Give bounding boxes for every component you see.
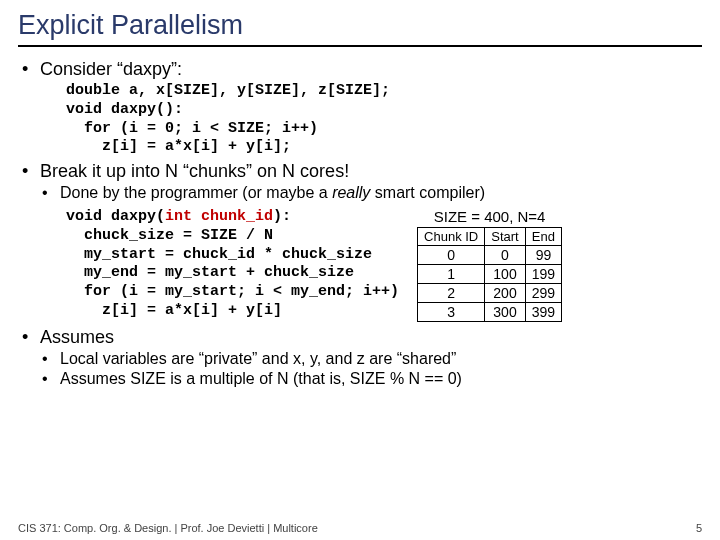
chunk-table: Chunk ID Start End 0099 1100199 2200299 … (417, 227, 562, 322)
sub1-a: Done by the programmer (or maybe a (60, 184, 332, 201)
page-number: 5 (696, 522, 702, 534)
bullet-assumes-sublist: Local variables are “private” and x, y, … (40, 350, 702, 388)
code-daxpy-parallel: void daxpy(int chunk_id): chuck_size = S… (66, 208, 399, 321)
table-row: 2200299 (418, 284, 562, 303)
col-start: Start (485, 228, 525, 246)
table-header-row: Chunk ID Start End (418, 228, 562, 246)
assumes-sub1: Local variables are “private” and x, y, … (40, 350, 702, 368)
col-chunkid: Chunk ID (418, 228, 485, 246)
bullet-break: Break it up into N “chunks” on N cores! … (18, 161, 702, 325)
bullet-break-text: Break it up into N “chunks” on N cores! (40, 161, 349, 181)
bullet-list: Consider “daxpy”: double a, x[SIZE], y[S… (18, 59, 702, 388)
slide: Explicit Parallelism Consider “daxpy”: d… (0, 0, 720, 388)
sub1-c: smart compiler) (370, 184, 485, 201)
chunk-caption: SIZE = 400, N=4 (417, 208, 562, 225)
code-and-table-row: void daxpy(int chunk_id): chuck_size = S… (40, 206, 702, 325)
table-row: 3300399 (418, 303, 562, 322)
bullet-assumes-text: Assumes (40, 327, 114, 347)
code-param: int chunk_id (165, 208, 273, 225)
bullet-consider-text: Consider “daxpy”: (40, 59, 182, 79)
footer-left: CIS 371: Comp. Org. & Design. | Prof. Jo… (18, 522, 318, 534)
slide-title: Explicit Parallelism (18, 10, 702, 47)
bullet-break-sub1: Done by the programmer (or maybe a reall… (40, 184, 702, 202)
bullet-break-sublist: Done by the programmer (or maybe a reall… (40, 184, 702, 202)
code-daxpy-serial: double a, x[SIZE], y[SIZE], z[SIZE]; voi… (66, 82, 702, 157)
assumes-sub2: Assumes SIZE is a multiple of N (that is… (40, 370, 702, 388)
footer: CIS 371: Comp. Org. & Design. | Prof. Jo… (18, 522, 702, 534)
sub1-b: really (332, 184, 370, 201)
table-row: 0099 (418, 246, 562, 265)
bullet-consider: Consider “daxpy”: double a, x[SIZE], y[S… (18, 59, 702, 157)
chunk-sidebox: SIZE = 400, N=4 Chunk ID Start End 0099 … (417, 208, 562, 322)
code-pre-param: void daxpy( (66, 208, 165, 225)
col-end: End (525, 228, 561, 246)
bullet-assumes: Assumes Local variables are “private” an… (18, 327, 702, 388)
table-row: 1100199 (418, 265, 562, 284)
